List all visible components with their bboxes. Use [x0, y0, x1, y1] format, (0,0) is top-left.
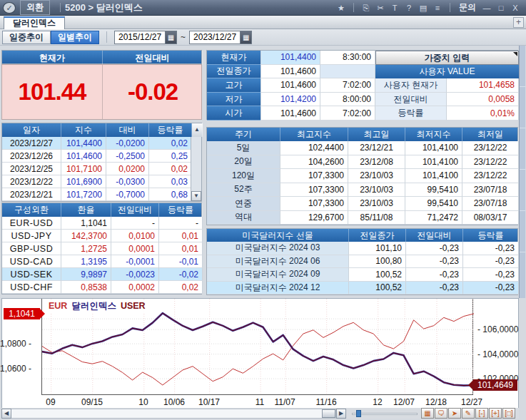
pointer-icon[interactable]: ➤ — [448, 408, 461, 419]
close-button[interactable]: X — [509, 2, 522, 14]
chart-legend: EUR달러인덱스USER — [46, 300, 152, 312]
divider — [450, 3, 450, 12]
date-to-field[interactable]: 2023/12/27 ▦ — [189, 31, 252, 44]
chart-toolbar: ▦🗨➤✎[-][+][□] — [421, 408, 515, 419]
print-icon[interactable]: ▤ — [417, 2, 430, 14]
link-icon[interactable]: ✂ — [374, 2, 387, 14]
zoom-slider[interactable] — [352, 409, 418, 419]
horizontal-scrollbar[interactable] — [11, 409, 336, 419]
zoom-reset-icon[interactable]: [□] — [502, 408, 515, 419]
legend-user: USER — [121, 301, 146, 311]
left-axis-tick: 1,0600 - — [0, 364, 31, 374]
slider-track[interactable] — [352, 413, 418, 415]
divider — [60, 3, 61, 12]
x-axis-tick: 09 — [46, 397, 55, 407]
table-row[interactable]: 미국달러지수 2024 12 100,52 -0,23 -0,23 — [207, 282, 517, 295]
daily-trend-button[interactable]: 일별추이 — [51, 31, 99, 44]
futures-table-header: 미국달러지수 선물 전일종가 전일대비 등락률 — [207, 229, 517, 242]
table-row[interactable]: 2023/12/22 101,6900 -0,0300 0,03 — [2, 175, 192, 188]
period-table-header: 주기 최고지수 최고일 최저지수 최저일 — [207, 128, 517, 141]
export-icon[interactable]: ⎘ — [360, 2, 373, 14]
table-row[interactable]: USD-JPY 142,3700 0,0100 0,01 — [2, 230, 201, 242]
date-from-value[interactable]: 2015/12/27 — [115, 31, 165, 43]
table-row[interactable]: 20일 104,2600 23/12/08 101,4100 23/12/22 — [207, 155, 517, 170]
fx-table-header: 구성외환 환율 전일대비 등락률 — [2, 203, 201, 217]
balloon-icon[interactable]: 🗨 — [435, 408, 447, 419]
table-row[interactable]: 미국달러지수 2024 03 101,10 -0,23 -0,23 — [207, 242, 517, 255]
inquiry-button[interactable]: 문의 — [459, 1, 476, 14]
table-row[interactable]: 120일 107,3300 23/10/03 101,4100 23/12/22 — [207, 169, 517, 183]
zoom-out-icon[interactable]: [-] — [475, 408, 488, 419]
intraday-trend-button[interactable]: 일중추이 — [2, 31, 51, 44]
list-icon[interactable]: ≡ — [431, 2, 444, 14]
calendar-icon[interactable]: ▦ — [165, 31, 176, 43]
title-bar: ✓ 외환 5200 > 달러인덱스 ★ ⎘ ✂ T ? ▤ ≡ 문의 — □ X — [0, 0, 526, 16]
zoom-in-icon[interactable]: [+] — [489, 408, 502, 419]
period-highlow-table: 주기 최고지수 최고일 최저지수 최저일 5일 102,4400 23/12/2… — [206, 127, 518, 225]
fx-menu-button[interactable]: 외환 — [20, 0, 50, 15]
table-row[interactable]: USD-CAD 1,3195 -0,0001 -0,01 — [2, 255, 201, 268]
pencil-icon[interactable]: ✎ — [462, 408, 475, 419]
date-stamp-icon[interactable]: ▦ — [421, 408, 434, 419]
text-icon[interactable]: T — [388, 2, 401, 14]
x-axis-tick: 12/07 — [393, 397, 415, 407]
chart-svg[interactable] — [42, 299, 474, 395]
x-axis-tick: 12/27 — [461, 397, 482, 407]
star-icon[interactable]: ★ — [335, 2, 348, 14]
x-axis-labels: 0909/151010/0610/171111/0711/161212/0712… — [41, 396, 473, 408]
calendar-icon[interactable]: ▦ — [240, 31, 251, 43]
scroll-up-icon[interactable]: ▲ — [192, 123, 203, 137]
table-row[interactable]: EUR-USD 1,1041 - - — [2, 217, 201, 230]
scroll-left-icon[interactable]: ◀ — [1, 409, 11, 419]
current-price-value: 101.44 — [2, 65, 103, 119]
date-from-field[interactable]: 2015/12/27 ▦ — [114, 31, 177, 44]
table-row[interactable]: 2023/12/27 101,4400 -0,0200 0,02 — [2, 137, 192, 150]
user-row: 등락률 0,01% — [375, 106, 519, 121]
slider-thumb[interactable] — [356, 410, 361, 417]
day-change-label: 전일대비 — [103, 51, 203, 65]
divider — [353, 3, 354, 12]
day-change-value: -0.02 — [103, 65, 203, 119]
scroll-down-icon[interactable]: ▼ — [191, 191, 201, 201]
minimize-button[interactable]: — — [480, 2, 493, 14]
table-row[interactable]: 2023/12/26 101,4600 -0,2500 0,25 — [2, 150, 192, 163]
x-axis-tick: 11 — [256, 397, 264, 407]
right-axis-tick: - 104,0000 — [477, 349, 519, 359]
scrollbar-thumb[interactable] — [322, 409, 335, 418]
help-icon[interactable]: ? — [403, 2, 415, 14]
control-bar: 일중추이 일별추이 2015/12/27 ▦ ~ 2023/12/27 ▦ — [0, 29, 526, 46]
table-row[interactable]: USD-SEK 9,9897 -0,0023 -0,02 — [2, 268, 201, 281]
table-row[interactable]: 52주 107,3300 23/10/03 99,5410 23/07/18 — [207, 183, 517, 198]
x-axis-tick: 11/16 — [315, 397, 336, 407]
quote-panel: 현재가 101,4400 8:30:00 전일종가 101,4600 고가 10… — [206, 50, 518, 120]
x-axis-tick: 10/06 — [163, 397, 185, 407]
table-row[interactable]: 역대 129,6700 85/11/08 71,2472 08/03/17 — [207, 211, 517, 225]
table-row[interactable]: 연중 107,3300 23/10/03 99,5410 23/07/18 — [207, 197, 517, 211]
window-edge-scrollbar[interactable] — [519, 46, 525, 298]
date-range-tilde: ~ — [181, 32, 186, 42]
table-row[interactable]: 미국달러지수 2024 09 100,52 -0,23 -0,23 — [207, 268, 517, 282]
table-row[interactable]: 미국달러지수 2024 06 100,80 -0,23 -0,23 — [207, 255, 517, 269]
date-to-value[interactable]: 2023/12/27 — [190, 31, 240, 43]
chart-bottom-bar: ◀ ▶ ▦🗨➤✎[-][+][□] — [1, 408, 519, 419]
app-logo-icon: ✓ — [3, 2, 16, 14]
maximize-button[interactable]: □ — [495, 2, 507, 14]
x-axis-tick: 12 — [373, 397, 382, 407]
table-row[interactable]: 2023/12/25 101,7100 0,0200 0,02 — [2, 163, 192, 175]
add-tab-button[interactable]: + — [513, 17, 524, 28]
table-row[interactable]: USD-CHF 0,8538 0,0002 0,02 — [2, 281, 201, 294]
user-row: 전일대비 0,0058 — [375, 93, 519, 107]
table-row[interactable]: 5일 102,4400 23/12/21 101,4100 23/12/22 — [207, 141, 517, 155]
tab-dollar-index[interactable]: 달러인덱스 — [4, 16, 65, 29]
table-row[interactable]: GBP-USD 1,2725 0,0001 0,01 — [2, 242, 201, 255]
daily-table-header: 일자 지수 대비 등락률 ▲ — [2, 123, 201, 137]
x-axis-tick: 10/17 — [198, 397, 220, 407]
chart-plot-area[interactable] — [41, 299, 473, 395]
table-row[interactable]: 2023/12/21 101,7200 -0,7000 0,68 — [2, 188, 192, 201]
weight-input-button[interactable]: 가중치 입력 — [375, 51, 519, 65]
user-current-marker: 101,4649 — [473, 379, 517, 391]
vertical-scrollbar[interactable]: ▼ — [191, 137, 201, 201]
scroll-right-icon[interactable]: ▶ — [336, 409, 346, 419]
legend-eur: EUR — [49, 301, 67, 311]
legend-dollar-index: 달러인덱스 — [71, 301, 116, 311]
